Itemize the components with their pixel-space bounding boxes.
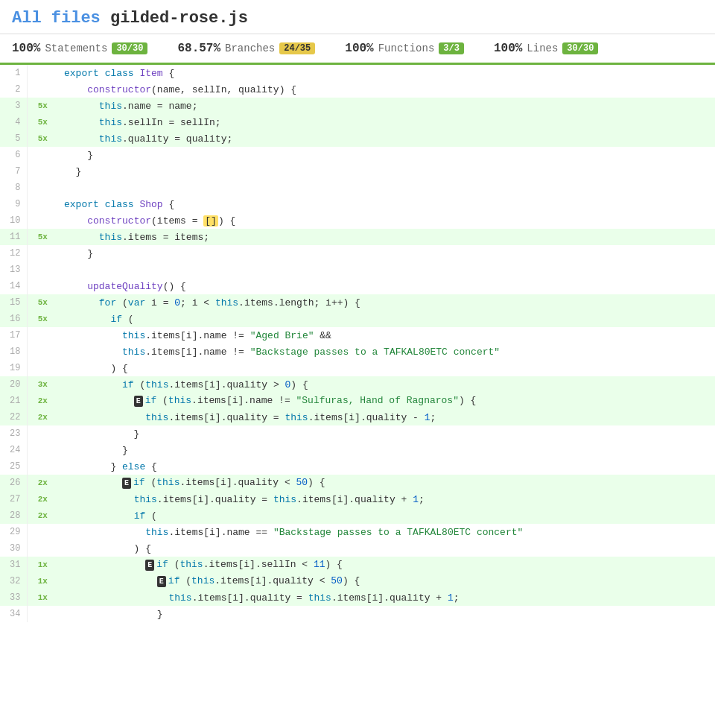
table-row: 24 } bbox=[0, 442, 715, 458]
table-row: 6 } bbox=[0, 147, 715, 163]
functions-pct: 100% bbox=[345, 42, 373, 55]
table-row: 5 5x this.quality = quality; bbox=[0, 130, 715, 147]
table-row: 17 this.items[i].name != "Aged Brie" && bbox=[0, 327, 715, 344]
stat-lines: 100% Lines 30/30 bbox=[494, 42, 598, 55]
table-row: 30 ) { bbox=[0, 540, 715, 557]
lines-badge: 30/30 bbox=[562, 42, 598, 54]
page-title: All files gilded-rose.js bbox=[12, 9, 703, 28]
table-row: 27 2x this.items[i].quality = this.items… bbox=[0, 491, 715, 507]
table-row: 21 2x Eif (this.items[i].name != "Sulfur… bbox=[0, 393, 715, 409]
table-row: 23 } bbox=[0, 425, 715, 442]
stat-functions: 100% Functions 3/3 bbox=[345, 42, 464, 55]
functions-badge: 3/3 bbox=[439, 42, 464, 54]
table-row: 29 this.items[i].name == "Backstage pass… bbox=[0, 524, 715, 540]
table-row: 18 this.items[i].name != "Backstage pass… bbox=[0, 344, 715, 360]
code-container: 1 export class Item { 2 constructor(name… bbox=[0, 65, 715, 622]
table-row: 4 5x this.sellIn = sellIn; bbox=[0, 114, 715, 130]
table-row: 7 } bbox=[0, 163, 715, 180]
branches-pct: 68.57% bbox=[177, 42, 220, 55]
lines-pct: 100% bbox=[494, 42, 522, 55]
branches-label: Branches bbox=[225, 42, 275, 54]
table-row: 34 } bbox=[0, 606, 715, 622]
table-row: 10 constructor(items = []) { bbox=[0, 212, 715, 229]
table-row: 22 2x this.items[i].quality = this.items… bbox=[0, 409, 715, 425]
branches-badge: 24/35 bbox=[279, 42, 315, 54]
table-row: 13 bbox=[0, 262, 715, 278]
table-row: 16 5x if ( bbox=[0, 311, 715, 327]
table-row: 28 2x if ( bbox=[0, 507, 715, 524]
table-row: 26 2x Eif (this.items[i].quality < 50) { bbox=[0, 475, 715, 491]
table-row: 11 5x this.items = items; bbox=[0, 229, 715, 245]
stats-bar: 100% Statements 30/30 68.57% Branches 24… bbox=[0, 34, 715, 65]
table-row: 9 export class Shop { bbox=[0, 196, 715, 212]
page-header: All files gilded-rose.js bbox=[0, 0, 715, 34]
table-row: 12 } bbox=[0, 245, 715, 262]
table-row: 8 bbox=[0, 180, 715, 196]
table-row: 19 ) { bbox=[0, 360, 715, 376]
table-row: 14 updateQuality() { bbox=[0, 278, 715, 294]
table-row: 31 1x Eif (this.items[i].sellIn < 11) { bbox=[0, 557, 715, 573]
stat-statements: 100% Statements 30/30 bbox=[12, 42, 147, 55]
statements-badge: 30/30 bbox=[112, 42, 147, 54]
table-row: 15 5x for (var i = 0; i < this.items.len… bbox=[0, 294, 715, 311]
table-row: 20 3x if (this.items[i].quality > 0) { bbox=[0, 376, 715, 393]
table-row: 3 5x this.name = name; bbox=[0, 98, 715, 114]
table-row: 33 1x this.items[i].quality = this.items… bbox=[0, 589, 715, 606]
statements-pct: 100% bbox=[12, 42, 40, 55]
lines-label: Lines bbox=[527, 42, 558, 54]
statements-label: Statements bbox=[45, 42, 107, 54]
stat-branches: 68.57% Branches 24/35 bbox=[177, 42, 315, 55]
functions-label: Functions bbox=[378, 42, 435, 54]
code-table: 1 export class Item { 2 constructor(name… bbox=[0, 65, 715, 622]
table-row: 25 } else { bbox=[0, 458, 715, 475]
table-row: 2 constructor(name, sellIn, quality) { bbox=[0, 81, 715, 98]
table-row: 1 export class Item { bbox=[0, 65, 715, 81]
table-row: 32 1x Eif (this.items[i].quality < 50) { bbox=[0, 573, 715, 589]
all-files-link[interactable]: All files bbox=[12, 9, 101, 28]
filename: gilded-rose.js bbox=[110, 9, 248, 28]
